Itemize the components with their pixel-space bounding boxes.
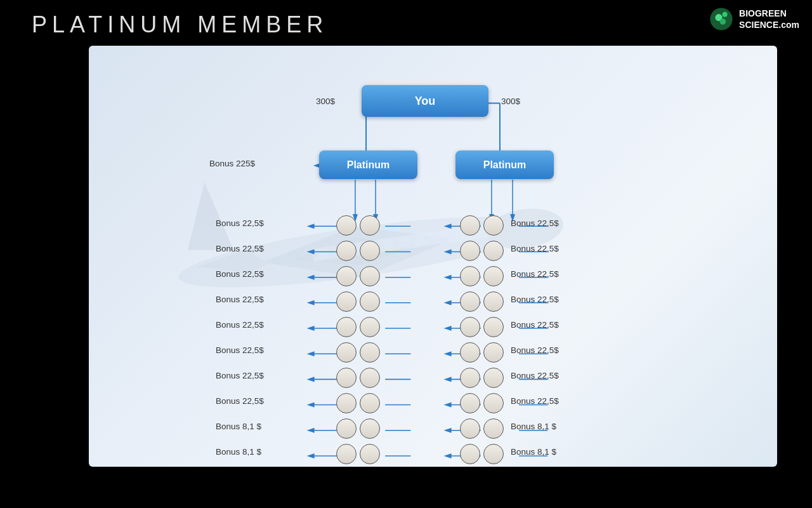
circle-left-8a [336, 393, 357, 413]
circle-left-3b [360, 266, 380, 286]
bonus-left-row5: Bonus 22,5$ [216, 320, 264, 330]
logo: BIOGREEN SCIENCE.com [709, 6, 799, 32]
bonus-left-row4: Bonus 22,5$ [216, 295, 264, 304]
svg-marker-47 [307, 351, 315, 356]
circle-right-3b [483, 266, 504, 286]
platinum-node-right: Platinum [455, 150, 554, 179]
bonus-right-row4: Bonus 22,5$ [511, 295, 559, 304]
circle-left-8b [360, 393, 380, 413]
bonus-right-row9: Bonus 8,1 $ [511, 422, 556, 431]
logo-line1: BIOGREEN [739, 8, 799, 19]
svg-marker-45 [307, 326, 315, 331]
amount-300-right: 300$ [501, 97, 520, 106]
circle-right-5a [460, 317, 480, 337]
svg-point-2 [723, 12, 728, 17]
platinum-node-left: Platinum [319, 150, 417, 179]
bonus-right-row3: Bonus 22,5$ [511, 269, 559, 279]
circle-right-9a [460, 418, 480, 439]
circle-right-6b [483, 342, 504, 363]
svg-marker-67 [444, 351, 452, 356]
bonus-left-row8: Bonus 22,5$ [216, 396, 264, 406]
bonus-right-row10: Bonus 8,1 $ [511, 447, 556, 457]
you-node: You [362, 85, 488, 117]
bonus-right-row2: Bonus 22,5$ [511, 244, 559, 253]
circle-right-10b [483, 444, 504, 464]
svg-marker-73 [444, 428, 452, 433]
bonus-left-row2: Bonus 22,5$ [216, 244, 264, 253]
circle-left-3a [336, 266, 357, 286]
circle-right-6a [460, 342, 480, 363]
amount-300-left: 300$ [316, 97, 335, 106]
circle-left-7b [360, 368, 380, 388]
you-label: You [415, 95, 436, 108]
bonus-left-row3: Bonus 22,5$ [216, 269, 264, 279]
svg-marker-63 [444, 300, 452, 305]
circle-right-4b [483, 291, 504, 312]
circle-right-7b [483, 368, 504, 388]
svg-marker-39 [307, 249, 315, 254]
circle-right-7a [460, 368, 480, 388]
circle-left-5b [360, 317, 380, 337]
circle-left-4a [336, 291, 357, 312]
circle-left-7a [336, 368, 357, 388]
circle-left-1b [360, 215, 380, 236]
circle-right-1a [460, 215, 480, 236]
circle-left-9b [360, 418, 380, 439]
svg-marker-59 [444, 249, 452, 254]
svg-point-3 [720, 18, 726, 25]
bonus-right-row7: Bonus 22,5$ [511, 371, 559, 380]
svg-marker-75 [444, 453, 452, 458]
circle-right-8b [483, 393, 504, 413]
bonus-left-row1: Bonus 22,5$ [216, 218, 264, 228]
bonus-left-row7: Bonus 22,5$ [216, 371, 264, 380]
circle-left-2b [360, 241, 380, 261]
main-panel: You 300$ 300$ Platinum Platinum Bonus 22… [89, 46, 777, 467]
circle-left-4b [360, 291, 380, 312]
svg-marker-41 [307, 275, 315, 280]
circle-right-1b [483, 215, 504, 236]
circle-left-5a [336, 317, 357, 337]
circle-right-3a [460, 266, 480, 286]
svg-marker-71 [444, 403, 452, 408]
bonus-right-row6: Bonus 22,5$ [511, 345, 559, 355]
circle-right-8a [460, 393, 480, 413]
page-title: PLATINUM MEMBER [32, 11, 328, 38]
svg-marker-55 [307, 453, 315, 458]
circle-left-6b [360, 342, 380, 363]
platinum-right-label: Platinum [483, 159, 527, 171]
logo-icon [709, 6, 734, 32]
bonus-right-row1: Bonus 22,5$ [511, 218, 559, 228]
bonus-left-row6: Bonus 22,5$ [216, 345, 264, 355]
bonus-225-label: Bonus 225$ [209, 159, 255, 168]
svg-marker-69 [444, 377, 452, 382]
circle-right-4a [460, 291, 480, 312]
circle-left-10a [336, 444, 357, 464]
logo-line2: SCIENCE.com [739, 19, 799, 30]
svg-marker-65 [444, 326, 452, 331]
svg-marker-51 [307, 403, 315, 408]
bonus-left-row9: Bonus 8,1 $ [216, 422, 261, 431]
bonus-right-row8: Bonus 22,5$ [511, 396, 559, 406]
svg-marker-61 [444, 275, 452, 280]
circle-left-9a [336, 418, 357, 439]
bonus-left-row10: Bonus 8,1 $ [216, 447, 261, 457]
circle-left-1a [336, 215, 357, 236]
circle-right-2a [460, 241, 480, 261]
circle-right-5b [483, 317, 504, 337]
bonus-right-row5: Bonus 22,5$ [511, 320, 559, 330]
circle-left-6a [336, 342, 357, 363]
circle-right-9b [483, 418, 504, 439]
content: You 300$ 300$ Platinum Platinum Bonus 22… [89, 46, 777, 467]
svg-marker-53 [307, 428, 315, 433]
svg-marker-49 [307, 377, 315, 382]
circle-left-10b [360, 444, 380, 464]
svg-marker-57 [444, 224, 452, 229]
circle-right-2b [483, 241, 504, 261]
svg-marker-43 [307, 300, 315, 305]
circle-right-10a [460, 444, 480, 464]
svg-marker-37 [307, 224, 315, 229]
circle-left-2a [336, 241, 357, 261]
platinum-left-label: Platinum [347, 159, 390, 171]
